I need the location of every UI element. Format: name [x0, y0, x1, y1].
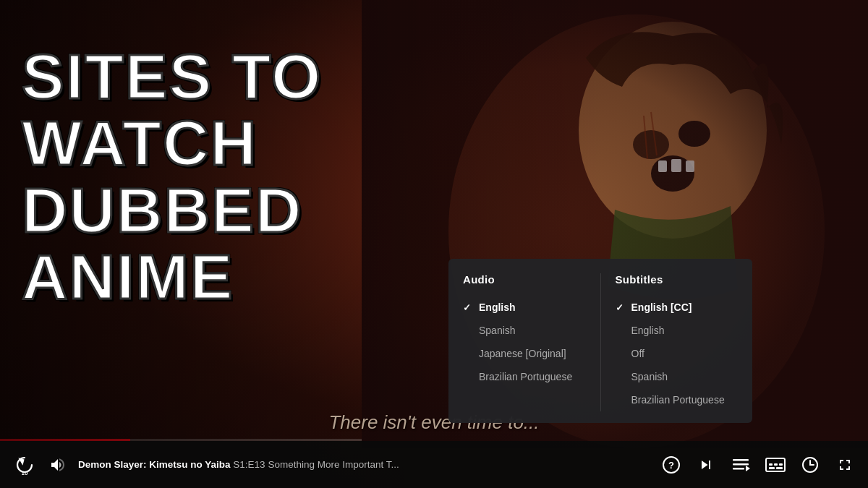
queue-button[interactable]	[729, 453, 752, 476]
subtitle-portuguese-label: Brazilian Portuguese	[631, 394, 725, 406]
title-line4: ANIME	[22, 244, 322, 310]
svg-rect-18	[769, 463, 773, 466]
subtitles-header: Subtitles	[616, 273, 739, 286]
svg-rect-20	[779, 463, 783, 466]
subtitle-spanish[interactable]: ✓ Spanish	[616, 365, 739, 388]
right-controls: ?	[660, 453, 856, 476]
svg-rect-14	[733, 463, 749, 466]
audio-japanese[interactable]: ✓ Japanese [Original]	[463, 342, 586, 365]
replay-button[interactable]: 10	[12, 452, 38, 478]
subtitle-off-label: Off	[631, 348, 644, 359]
help-button[interactable]: ?	[660, 453, 683, 476]
audio-spanish[interactable]: ✓ Spanish	[463, 319, 586, 342]
skip-next-button[interactable]	[694, 453, 718, 476]
subtitles-column: Subtitles ✓ English [CC] ✓ English ✓ Off…	[601, 273, 753, 411]
show-info: Demon Slayer: Kimetsu no Yaiba S1:E13 So…	[78, 459, 650, 470]
title-overlay: SITES TO WATCH DUBBED ANIME	[22, 43, 322, 311]
title-line3: DUBBED	[22, 177, 322, 244]
subtitle-english[interactable]: ✓ English	[616, 319, 739, 342]
svg-rect-19	[774, 463, 778, 466]
subtitle-english-cc-selected[interactable]: ✓ English [CC]	[616, 296, 739, 319]
show-episode: S1:E13	[233, 459, 268, 470]
svg-text:?: ?	[668, 460, 674, 471]
svg-rect-15	[733, 468, 744, 470]
fullscreen-button[interactable]	[833, 453, 856, 476]
audio-english-label: English	[479, 301, 516, 313]
subtitle-portuguese[interactable]: ✓ Brazilian Portuguese	[616, 388, 739, 411]
audio-column: Audio ✓ English ✓ Spanish ✓ Japanese [Or…	[448, 273, 601, 411]
svg-rect-21	[769, 467, 775, 469]
subtitle-english-label: English	[631, 325, 665, 336]
replay-seconds: 10	[22, 470, 28, 476]
check-english-audio: ✓	[463, 302, 473, 313]
svg-rect-13	[733, 459, 749, 461]
panel-columns: Audio ✓ English ✓ Spanish ✓ Japanese [Or…	[448, 259, 752, 423]
subtitle-spanish-label: Spanish	[631, 371, 668, 382]
check-english-cc: ✓	[616, 302, 626, 313]
control-bar: 10 Demon Slayer: Kimetsu no Yaiba S1:E13…	[0, 441, 868, 488]
subtitle-off[interactable]: ✓ Off	[616, 342, 739, 365]
speed-button[interactable]	[799, 453, 822, 476]
show-episode-title: Something More Important T...	[268, 459, 399, 470]
audio-spanish-label: Spanish	[479, 325, 516, 336]
audio-header: Audio	[463, 273, 586, 286]
settings-panel: Audio ✓ English ✓ Spanish ✓ Japanese [Or…	[448, 259, 752, 423]
audio-japanese-label: Japanese [Original]	[479, 348, 566, 359]
subtitle-english-cc-label: English [CC]	[631, 301, 692, 313]
show-title: Demon Slayer: Kimetsu no Yaiba	[78, 459, 231, 470]
title-line2: WATCH	[22, 110, 322, 176]
volume-button[interactable]	[48, 456, 68, 474]
subtitles-button[interactable]	[764, 453, 787, 476]
audio-english-selected[interactable]: ✓ English	[463, 296, 586, 319]
title-line1: SITES TO	[22, 43, 322, 110]
audio-portuguese-label: Brazilian Portuguese	[479, 371, 572, 382]
audio-portuguese[interactable]: ✓ Brazilian Portuguese	[463, 365, 586, 388]
svg-rect-22	[776, 467, 783, 469]
svg-marker-16	[746, 466, 750, 471]
